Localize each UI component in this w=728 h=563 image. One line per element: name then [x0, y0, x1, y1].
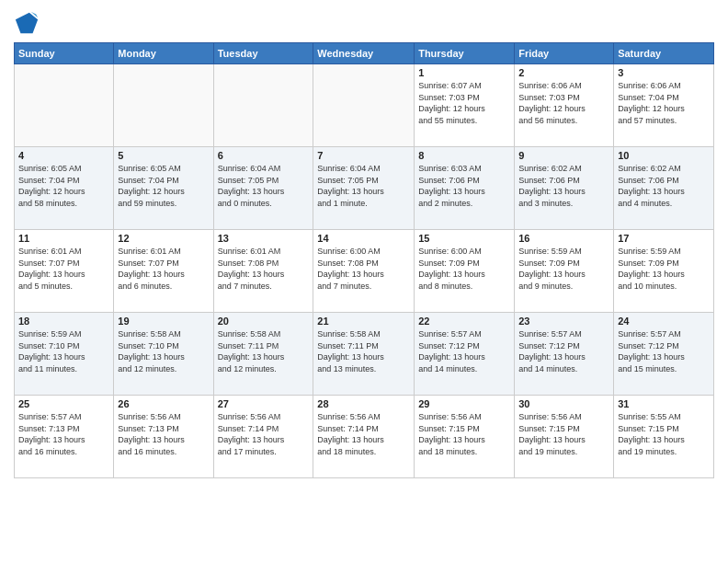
day-info: Sunrise: 5:57 AM Sunset: 7:12 PM Dayligh… [418, 328, 510, 374]
calendar-cell [15, 64, 114, 147]
calendar-cell: 7Sunrise: 6:04 AM Sunset: 7:05 PM Daylig… [313, 147, 415, 230]
day-info: Sunrise: 5:56 AM Sunset: 7:15 PM Dayligh… [518, 411, 609, 457]
calendar-cell: 28Sunrise: 5:56 AM Sunset: 7:14 PM Dayli… [313, 396, 415, 478]
day-number: 1 [418, 67, 510, 78]
day-info: Sunrise: 5:59 AM Sunset: 7:10 PM Dayligh… [18, 328, 109, 374]
day-number: 29 [418, 398, 510, 409]
calendar-cell [313, 64, 415, 147]
weekday-header-tuesday: Tuesday [213, 43, 313, 64]
day-info: Sunrise: 6:05 AM Sunset: 7:04 PM Dayligh… [18, 163, 109, 209]
weekday-header-thursday: Thursday [415, 43, 515, 64]
day-number: 31 [618, 398, 710, 409]
day-info: Sunrise: 5:59 AM Sunset: 7:09 PM Dayligh… [618, 246, 710, 292]
weekday-header-saturday: Saturday [614, 43, 714, 64]
page: SundayMondayTuesdayWednesdayThursdayFrid… [0, 0, 728, 563]
day-info: Sunrise: 5:58 AM Sunset: 7:10 PM Dayligh… [118, 328, 209, 374]
day-info: Sunrise: 6:06 AM Sunset: 7:03 PM Dayligh… [518, 80, 609, 126]
day-number: 27 [218, 398, 310, 409]
day-info: Sunrise: 6:02 AM Sunset: 7:06 PM Dayligh… [618, 163, 710, 209]
day-info: Sunrise: 6:00 AM Sunset: 7:08 PM Dayligh… [317, 246, 410, 292]
week-row-1: 1Sunrise: 6:07 AM Sunset: 7:03 PM Daylig… [15, 64, 714, 147]
day-number: 5 [118, 150, 209, 161]
day-info: Sunrise: 6:01 AM Sunset: 7:07 PM Dayligh… [18, 246, 109, 292]
calendar-cell: 8Sunrise: 6:03 AM Sunset: 7:06 PM Daylig… [415, 147, 515, 230]
calendar-cell: 22Sunrise: 5:57 AM Sunset: 7:12 PM Dayli… [415, 313, 515, 396]
calendar-cell: 9Sunrise: 6:02 AM Sunset: 7:06 PM Daylig… [515, 147, 614, 230]
day-number: 14 [317, 233, 410, 244]
calendar-cell: 20Sunrise: 5:58 AM Sunset: 7:11 PM Dayli… [213, 313, 313, 396]
day-number: 8 [418, 150, 510, 161]
calendar-cell: 26Sunrise: 5:56 AM Sunset: 7:13 PM Dayli… [114, 396, 213, 478]
calendar-cell: 2Sunrise: 6:06 AM Sunset: 7:03 PM Daylig… [515, 64, 614, 147]
weekday-header-friday: Friday [515, 43, 614, 64]
day-number: 9 [518, 150, 609, 161]
day-info: Sunrise: 5:57 AM Sunset: 7:13 PM Dayligh… [18, 411, 109, 457]
day-number: 12 [118, 233, 209, 244]
day-number: 6 [218, 150, 310, 161]
calendar-cell: 5Sunrise: 6:05 AM Sunset: 7:04 PM Daylig… [114, 147, 213, 230]
day-number: 28 [317, 398, 410, 409]
day-number: 25 [18, 398, 109, 409]
calendar-cell [114, 64, 213, 147]
calendar-cell: 15Sunrise: 6:00 AM Sunset: 7:09 PM Dayli… [415, 230, 515, 313]
day-info: Sunrise: 6:03 AM Sunset: 7:06 PM Dayligh… [418, 163, 510, 209]
day-info: Sunrise: 5:55 AM Sunset: 7:15 PM Dayligh… [618, 411, 710, 457]
day-number: 26 [118, 398, 209, 409]
day-info: Sunrise: 5:56 AM Sunset: 7:15 PM Dayligh… [418, 411, 510, 457]
weekday-header-sunday: Sunday [15, 43, 114, 64]
week-row-2: 4Sunrise: 6:05 AM Sunset: 7:04 PM Daylig… [15, 147, 714, 230]
day-number: 3 [618, 67, 710, 78]
day-info: Sunrise: 6:01 AM Sunset: 7:08 PM Dayligh… [218, 246, 310, 292]
day-number: 7 [317, 150, 410, 161]
calendar: SundayMondayTuesdayWednesdayThursdayFrid… [14, 42, 714, 478]
calendar-cell: 17Sunrise: 5:59 AM Sunset: 7:09 PM Dayli… [614, 230, 714, 313]
day-number: 30 [518, 398, 609, 409]
calendar-cell: 12Sunrise: 6:01 AM Sunset: 7:07 PM Dayli… [114, 230, 213, 313]
day-number: 20 [218, 316, 310, 327]
weekday-header-wednesday: Wednesday [313, 43, 415, 64]
calendar-cell: 27Sunrise: 5:56 AM Sunset: 7:14 PM Dayli… [213, 396, 313, 478]
calendar-cell: 16Sunrise: 5:59 AM Sunset: 7:09 PM Dayli… [515, 230, 614, 313]
day-number: 4 [18, 150, 109, 161]
day-number: 16 [518, 233, 609, 244]
day-number: 10 [618, 150, 710, 161]
day-info: Sunrise: 5:57 AM Sunset: 7:12 PM Dayligh… [518, 328, 609, 374]
day-number: 22 [418, 316, 510, 327]
day-info: Sunrise: 5:59 AM Sunset: 7:09 PM Dayligh… [518, 246, 609, 292]
day-info: Sunrise: 6:06 AM Sunset: 7:04 PM Dayligh… [618, 80, 710, 126]
day-info: Sunrise: 5:56 AM Sunset: 7:14 PM Dayligh… [317, 411, 410, 457]
day-number: 13 [218, 233, 310, 244]
day-info: Sunrise: 6:04 AM Sunset: 7:05 PM Dayligh… [218, 163, 310, 209]
day-number: 11 [18, 233, 109, 244]
calendar-cell: 6Sunrise: 6:04 AM Sunset: 7:05 PM Daylig… [213, 147, 313, 230]
calendar-cell: 3Sunrise: 6:06 AM Sunset: 7:04 PM Daylig… [614, 64, 714, 147]
day-info: Sunrise: 6:02 AM Sunset: 7:06 PM Dayligh… [518, 163, 609, 209]
calendar-cell: 24Sunrise: 5:57 AM Sunset: 7:12 PM Dayli… [614, 313, 714, 396]
svg-marker-0 [16, 13, 38, 33]
day-info: Sunrise: 6:05 AM Sunset: 7:04 PM Dayligh… [118, 163, 209, 209]
calendar-cell: 14Sunrise: 6:00 AM Sunset: 7:08 PM Dayli… [313, 230, 415, 313]
week-row-5: 25Sunrise: 5:57 AM Sunset: 7:13 PM Dayli… [15, 396, 714, 478]
calendar-cell: 4Sunrise: 6:05 AM Sunset: 7:04 PM Daylig… [15, 147, 114, 230]
day-info: Sunrise: 5:58 AM Sunset: 7:11 PM Dayligh… [317, 328, 410, 374]
day-info: Sunrise: 5:57 AM Sunset: 7:12 PM Dayligh… [618, 328, 710, 374]
calendar-cell: 10Sunrise: 6:02 AM Sunset: 7:06 PM Dayli… [614, 147, 714, 230]
day-info: Sunrise: 5:58 AM Sunset: 7:11 PM Dayligh… [218, 328, 310, 374]
calendar-cell: 13Sunrise: 6:01 AM Sunset: 7:08 PM Dayli… [213, 230, 313, 313]
logo [14, 9, 43, 35]
week-row-3: 11Sunrise: 6:01 AM Sunset: 7:07 PM Dayli… [15, 230, 714, 313]
day-info: Sunrise: 6:04 AM Sunset: 7:05 PM Dayligh… [317, 163, 410, 209]
weekday-header-monday: Monday [114, 43, 213, 64]
calendar-cell: 30Sunrise: 5:56 AM Sunset: 7:15 PM Dayli… [515, 396, 614, 478]
day-number: 17 [618, 233, 710, 244]
calendar-cell: 25Sunrise: 5:57 AM Sunset: 7:13 PM Dayli… [15, 396, 114, 478]
calendar-cell: 29Sunrise: 5:56 AM Sunset: 7:15 PM Dayli… [415, 396, 515, 478]
week-row-4: 18Sunrise: 5:59 AM Sunset: 7:10 PM Dayli… [15, 313, 714, 396]
calendar-cell: 11Sunrise: 6:01 AM Sunset: 7:07 PM Dayli… [15, 230, 114, 313]
calendar-cell: 19Sunrise: 5:58 AM Sunset: 7:10 PM Dayli… [114, 313, 213, 396]
day-info: Sunrise: 5:56 AM Sunset: 7:13 PM Dayligh… [118, 411, 209, 457]
day-number: 19 [118, 316, 209, 327]
day-number: 24 [618, 316, 710, 327]
day-number: 23 [518, 316, 609, 327]
calendar-cell [213, 64, 313, 147]
